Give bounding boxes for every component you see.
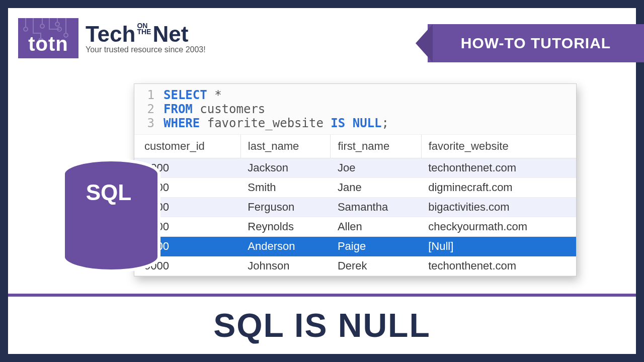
page-title: SQL IS NULL [8,294,636,354]
brand-title-part2: Net [152,21,188,46]
column-header: last_name [240,135,331,158]
brand-title-small: ONTHE [137,23,151,35]
table-cell: digminecraft.com [421,178,576,198]
line-number: 1 [134,88,164,102]
result-table: customer_idlast_namefirst_namefavorite_w… [134,135,576,276]
table-row: 8000AndersonPaige[Null] [134,237,576,256]
table-cell: Jane [331,178,421,198]
example-panel: 1SELECT *2FROM customers3WHERE favorite_… [134,83,577,277]
table-cell: Samantha [331,198,421,217]
table-cell: Derek [331,256,421,276]
table-cell: Anderson [240,237,331,256]
code-text: SELECT * [164,88,222,102]
sql-code-block: 1SELECT *2FROM customers3WHERE favorite_… [134,84,576,135]
brand-tagline: Your trusted resource since 2003! [86,46,206,54]
column-header: favorite_website [421,135,576,158]
code-line: 3WHERE favorite_website IS NULL; [134,116,576,130]
table-cell: Jackson [240,158,331,178]
table-row: 7000ReynoldsAllencheckyourmath.com [134,217,576,237]
code-line: 2FROM customers [134,102,576,116]
table-cell: Paige [331,237,421,256]
code-line: 1SELECT * [134,88,576,102]
table-cell: techonthenet.com [421,256,576,276]
brand-title-part1: Tech [86,21,135,46]
table-row: 9000JohnsonDerektechonthenet.com [134,256,576,276]
brand-logo-text: totn [28,33,68,55]
line-number: 2 [134,102,164,116]
brand-logo: totn [18,18,78,58]
table-cell: checkyourmath.com [421,217,576,237]
table-header-row: customer_idlast_namefirst_namefavorite_w… [134,135,576,158]
database-icon [58,159,164,290]
table-cell: Joe [331,158,421,178]
ribbon-tail-icon [416,24,433,62]
code-text: FROM customers [164,102,265,116]
table-cell: Smith [240,178,331,198]
table-row: 4000JacksonJoetechonthenet.com [134,158,576,178]
ribbon-label: HOW-TO TUTORIAL [428,24,644,62]
database-label: SQL [58,180,159,205]
line-number: 3 [134,116,164,130]
table-cell: Allen [331,217,421,237]
brand-text: TechONTHENet Your trusted resource since… [86,23,206,54]
table-row: 6000FergusonSamanthabigactivities.com [134,198,576,217]
table-cell: Johnson [240,256,331,276]
code-text: WHERE favorite_website IS NULL; [164,116,389,130]
table-cell: bigactivities.com [421,198,576,217]
column-header: customer_id [134,135,240,158]
table-cell: Reynolds [240,217,331,237]
table-cell: techonthenet.com [421,158,576,178]
table-cell: [Null] [421,237,576,256]
table-cell: Ferguson [240,198,331,217]
table-body: 4000JacksonJoetechonthenet.com5000SmithJ… [134,158,576,276]
column-header: first_name [331,135,421,158]
brand-header: totn TechONTHENet Your trusted resource … [18,18,206,58]
brand-title: TechONTHENet [86,23,206,45]
table-row: 5000SmithJanedigminecraft.com [134,178,576,198]
ribbon: HOW-TO TUTORIAL [416,24,644,62]
tutorial-frame: totn TechONTHENet Your trusted resource … [0,0,644,362]
